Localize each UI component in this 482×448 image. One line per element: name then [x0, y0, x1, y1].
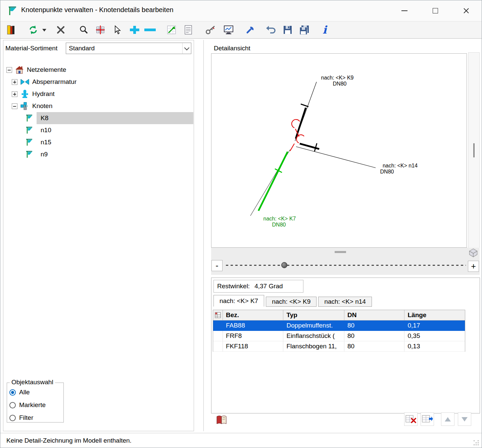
panel-splitter[interactable] — [203, 40, 204, 431]
monitor-chart-button[interactable] — [221, 22, 236, 37]
tab-k9[interactable]: nach: <K> K9 — [266, 297, 317, 307]
expand-icon[interactable] — [12, 79, 17, 85]
material-sortiment-select[interactable]: Standard — [66, 43, 191, 54]
add-button[interactable] — [127, 22, 142, 37]
row-icon-cell — [213, 331, 223, 341]
scrollbar-thumb[interactable] — [473, 143, 475, 157]
svg-text:DN80: DN80 — [380, 169, 394, 175]
material-sortiment-button[interactable] — [4, 22, 18, 37]
svg-text:nach: <K> K7: nach: <K> K7 — [263, 216, 296, 221]
save-floppy-icon — [283, 25, 292, 35]
valve-icon — [19, 78, 30, 86]
delete-table-row-button[interactable] — [404, 412, 418, 426]
expand-icon[interactable] — [12, 91, 17, 97]
settings-wrench-button[interactable] — [243, 22, 257, 37]
table-grid-icon — [214, 312, 221, 318]
chart-button[interactable] — [164, 22, 179, 37]
save-button[interactable] — [280, 22, 295, 37]
tree-item-hydrant[interactable]: Hydrant — [4, 88, 193, 100]
save-all-button[interactable] — [297, 22, 312, 37]
restwinkel-value: 4,37 Grad — [254, 283, 283, 290]
table-delete-icon — [405, 414, 417, 424]
remove-button[interactable] — [143, 22, 157, 37]
close-button[interactable] — [451, 0, 482, 21]
col-header-bez[interactable]: Bez. — [223, 310, 284, 320]
select-cursor-button[interactable] — [110, 22, 125, 37]
chevron-down-icon[interactable] — [182, 43, 191, 54]
radio-markierte[interactable]: Markierte — [7, 399, 63, 411]
zoom-slider-thumb[interactable] — [281, 262, 287, 268]
delete-button[interactable] — [53, 22, 68, 37]
col-header-dn[interactable]: DN — [344, 310, 405, 320]
tree-item-n9[interactable]: n9 — [4, 148, 193, 160]
zoom-button[interactable] — [76, 22, 91, 37]
main-toolbar — [0, 21, 482, 39]
detail-view-title: Detailansicht — [214, 45, 250, 52]
minimize-button[interactable] — [389, 0, 420, 21]
fittings-table: Bez. Typ DN Länge FAB88 Doppelmuffenst. … — [213, 310, 465, 352]
radio-alle[interactable]: Alle — [7, 386, 63, 398]
move-row-down-button[interactable] — [458, 412, 471, 426]
find-key-button[interactable] — [203, 22, 218, 37]
undo-button[interactable] — [263, 22, 278, 37]
refresh-icon — [28, 25, 38, 35]
maximize-icon — [433, 8, 438, 13]
table-row-frf8[interactable]: FRF8 Einflanschstück ( 80 0,35 — [213, 331, 465, 341]
table-row-fkf118[interactable]: FKF118 Flanschbogen 11, 80 0,13 — [213, 341, 465, 352]
branch-k7: nach: <K> K7 DN80 — [250, 150, 296, 228]
grid-crosshair-button[interactable] — [93, 22, 108, 37]
tree-item-netzelemente[interactable]: Netzelemente — [4, 64, 193, 76]
fit-view-icon[interactable] — [468, 248, 478, 260]
collapse-icon[interactable] — [12, 103, 17, 109]
refresh-dropdown-button[interactable] — [41, 22, 48, 37]
zoom-slider-strip: - + — [211, 248, 480, 275]
move-row-up-button[interactable] — [441, 412, 454, 426]
tab-k7[interactable]: nach: <K> K7 — [213, 295, 264, 307]
table-row-fab88[interactable]: FAB88 Doppelmuffenst. 80 0,17 — [213, 320, 465, 331]
monitor-icon — [223, 25, 234, 35]
strip-collapse-handle[interactable] — [335, 251, 346, 253]
cell-dn: 80 — [344, 331, 405, 341]
undo-icon — [266, 25, 276, 35]
refresh-button[interactable] — [26, 22, 41, 37]
material-sortiment-icon — [6, 25, 16, 35]
table-corner-icon-cell[interactable] — [213, 310, 223, 320]
wrench-icon — [245, 25, 255, 35]
tree-item-k8[interactable]: K8 — [4, 112, 193, 124]
cell-laenge: 0,13 — [404, 341, 465, 352]
resize-grip-icon[interactable] — [474, 440, 479, 446]
tab-n14[interactable]: nach: <K> n14 — [318, 297, 372, 307]
zoom-slider-track[interactable] — [226, 265, 466, 266]
export-table-button[interactable] — [421, 412, 434, 426]
report-button[interactable] — [181, 22, 196, 37]
cell-typ: Doppelmuffenst. — [283, 320, 344, 331]
tree-item-n10[interactable]: n10 — [4, 124, 193, 136]
left-panel: Material-Sortiment Standard Netzelemente — [3, 40, 194, 431]
zoom-in-button[interactable]: + — [468, 261, 479, 272]
col-header-laenge[interactable]: Länge — [404, 310, 465, 320]
restwinkel-box: Restwinkel: 4,37 Grad — [213, 280, 303, 293]
canvas-vertical-scrollbar[interactable] — [468, 52, 480, 248]
radio-filter[interactable]: Filter — [7, 412, 63, 424]
zoom-out-button[interactable]: - — [211, 260, 223, 271]
objektauswahl-group: Objektauswahl Alle Markierte Filter — [7, 383, 64, 422]
info-button[interactable] — [317, 22, 332, 37]
tree-item-absperrarmatur[interactable]: Absperrarmatur — [4, 76, 193, 88]
objektauswahl-title: Objektauswahl — [10, 379, 55, 386]
tree-label-n9: n9 — [37, 148, 193, 160]
tree-item-n15[interactable]: n15 — [4, 136, 193, 148]
node-flag-icon — [24, 126, 35, 135]
maximize-button[interactable] — [420, 0, 451, 21]
catalog-book-button[interactable] — [214, 413, 229, 427]
svg-text:DN80: DN80 — [333, 81, 347, 87]
collapse-icon[interactable] — [6, 67, 12, 73]
detail-canvas[interactable]: nach: <K> K9 DN80 nach: <K> n14 DN80 nac… — [211, 53, 467, 248]
col-header-typ[interactable]: Typ — [283, 310, 344, 320]
tree-label-netzelemente: Netzelemente — [27, 66, 66, 73]
house-icon — [14, 65, 25, 74]
tree-item-knoten[interactable]: Knoten — [4, 100, 193, 112]
branch-n14: nach: <K> n14 DN80 — [296, 143, 418, 175]
restwinkel-label: Restwinkel: — [217, 283, 250, 290]
radio-icon — [9, 402, 16, 408]
radio-icon — [9, 415, 16, 421]
